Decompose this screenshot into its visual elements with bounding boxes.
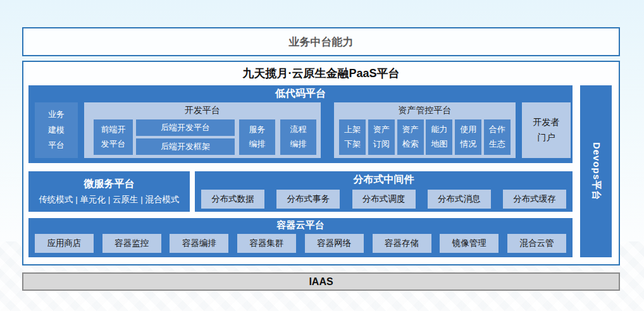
- middleware-distributed-data: 分布式数据: [201, 190, 264, 209]
- container-app-store: 应用商店: [35, 234, 94, 253]
- dev-platform-title: 开发平台: [84, 102, 321, 116]
- backend-stack: 后端开发平台 后端开发框架: [136, 119, 235, 155]
- asset-management-panel: 资产管控平台 上架 下架 资产 订阅 资产 检索 能力 地图 使用 情况 合作 …: [334, 102, 516, 158]
- devops-label: Devops平台: [590, 142, 602, 200]
- container-cluster: 容器集群: [237, 234, 296, 253]
- frontend-dev-platform: 前端开 发平台: [94, 119, 133, 155]
- image-management: 镜像管理: [440, 234, 498, 253]
- asset-item-search: 资产 检索: [397, 119, 424, 155]
- asset-management-title: 资产管控平台: [334, 102, 516, 116]
- asset-item-ecosystem: 合作 生态: [484, 119, 511, 155]
- lowcode-platform-box: 低代码平台 业务 建模 平台 开发平台 前端开 发平台 后端开发平台 后端开发框…: [28, 85, 573, 163]
- business-middle-platform-banner: 业务中台能力: [22, 27, 620, 56]
- iaas-bar: IAAS: [22, 272, 620, 291]
- asset-buttons: 上架 下架 资产 订阅 资产 检索 能力 地图 使用 情况 合作 生态: [334, 119, 516, 155]
- iaas-label: IAAS: [309, 276, 333, 288]
- middleware-distributed-scheduling: 分布式调度: [352, 190, 416, 209]
- container-cloud-title: 容器云平台: [28, 218, 573, 231]
- container-network: 容器网络: [305, 234, 364, 253]
- banner-label: 业务中台能力: [289, 35, 354, 49]
- service-orchestration: 服务 编排: [239, 119, 275, 155]
- dev-platform-panel: 开发平台 前端开 发平台 后端开发平台 后端开发框架 服务 编排 流程 编排: [84, 102, 321, 158]
- backend-dev-platform: 后端开发平台: [136, 119, 235, 136]
- paas-platform-container: 九天揽月·云原生金融PaaS平台 低代码平台 业务 建模 平台 开发平台 前端开…: [22, 61, 620, 265]
- container-cloud-buttons: 应用商店 容器监控 容器编排 容器集群 容器网络 容器存储 镜像管理 混合云管: [28, 234, 573, 253]
- microservice-title: 微服务平台: [84, 178, 135, 191]
- lowcode-platform-title: 低代码平台: [28, 85, 573, 101]
- container-monitoring: 容器监控: [102, 234, 161, 253]
- container-orchestration: 容器编排: [170, 234, 228, 253]
- asset-item-usage: 使用 情况: [455, 119, 481, 155]
- business-modeling-platform: 业务 建模 平台: [35, 102, 78, 158]
- middleware-buttons: 分布式数据 分布式事务 分布式调度 分布式消息 分布式缓存: [195, 190, 573, 209]
- asset-item-capability-map: 能力 地图: [426, 119, 452, 155]
- asset-item-subscription: 资产 订阅: [368, 119, 395, 155]
- developer-portal: 开发者 门户: [522, 102, 571, 158]
- hybrid-cloud-management: 混合云管: [507, 234, 566, 253]
- middleware-title: 分布式中间件: [195, 171, 573, 186]
- lowcode-content-row: 业务 建模 平台 开发平台 前端开 发平台 后端开发平台 后端开发框架 服务 编…: [28, 102, 573, 158]
- backend-dev-framework: 后端开发框架: [136, 138, 235, 155]
- middleware-distributed-messaging: 分布式消息: [428, 190, 491, 209]
- container-cloud-platform-box: 容器云平台 应用商店 容器监控 容器编排 容器集群 容器网络 容器存储 镜像管理…: [28, 218, 573, 257]
- platform-title: 九天揽月·云原生金融PaaS平台: [23, 66, 619, 81]
- distributed-middleware-box: 分布式中间件 分布式数据 分布式事务 分布式调度 分布式消息 分布式缓存: [195, 171, 573, 212]
- asset-item-onoff-shelf: 上架 下架: [339, 119, 366, 155]
- container-storage: 容器存储: [373, 234, 431, 253]
- middleware-distributed-cache: 分布式缓存: [503, 190, 566, 209]
- dev-platform-buttons: 前端开 发平台 后端开发平台 后端开发框架 服务 编排 流程 编排: [84, 119, 321, 155]
- microservice-platform-box: 微服务平台 传统模式 | 单元化 | 云原生 | 混合模式: [28, 171, 190, 212]
- middleware-distributed-transaction: 分布式事务: [276, 190, 340, 209]
- process-orchestration: 流程 编排: [280, 119, 316, 155]
- microservice-modes: 传统模式 | 单元化 | 云原生 | 混合模式: [39, 194, 179, 205]
- devops-platform-bar: Devops平台: [580, 85, 612, 257]
